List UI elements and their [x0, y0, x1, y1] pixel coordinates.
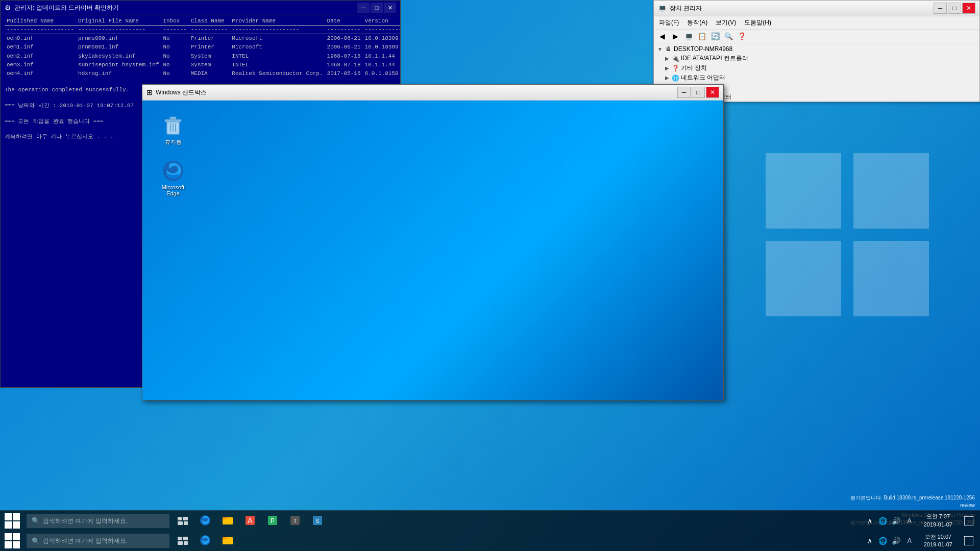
svg-text:A: A: [248, 516, 253, 524]
svg-rect-17: [178, 541, 183, 545]
svg-rect-0: [766, 153, 841, 229]
sandbox-icon: ⊞: [146, 88, 153, 96]
sandbox-taskbar-clock[interactable]: 오전 7:07 2019-01-07: [919, 511, 958, 531]
cmd-controls: ─ □ ✕: [357, 3, 396, 13]
taskbar-search-input[interactable]: [43, 537, 164, 544]
recycle-bin-image: [161, 113, 185, 137]
tree-expand[interactable]: ▶: [663, 64, 671, 72]
tree-label: IDE ATA/ATAPI 컨트롤러: [681, 54, 748, 63]
devmgr-menubar: 파일(F) 동작(A) 보기(V) 도움말(H): [654, 16, 979, 30]
sandbox-notification-button[interactable]: [958, 511, 980, 531]
taskbar-clock[interactable]: 오전 10:07 2019-01-07: [919, 531, 958, 551]
devmgr-maximize-button[interactable]: □: [948, 3, 961, 14]
table-row: oem2.infskylakesystem.infNoSystemINTEL19…: [5, 52, 400, 61]
sandbox-tray-globe[interactable]: 🌐: [878, 516, 888, 526]
tray-battery-icon[interactable]: A: [904, 536, 915, 546]
devmgr-properties-button[interactable]: 📋: [696, 31, 708, 42]
edge-image: [161, 159, 185, 183]
devmgr-controls: ─ □ ✕: [934, 3, 975, 14]
sandbox-minimize-button[interactable]: ─: [677, 87, 691, 98]
table-row: oem3.infsunrisepoint-hsystem.infNoSystem…: [5, 61, 400, 69]
recycle-bin-label: 휴지통: [165, 138, 182, 146]
cmd-maximize-button[interactable]: □: [371, 3, 383, 13]
tray-volume-icon[interactable]: 🔊: [891, 536, 901, 546]
cmd-close-button[interactable]: ✕: [384, 3, 396, 13]
tree-item[interactable]: ▶🔌IDE ATA/ATAPI 컨트롤러: [655, 54, 978, 63]
tree-item[interactable]: ▶❓기타 장치: [655, 63, 978, 73]
col-provider-name: Provider Name: [230, 17, 325, 26]
sandbox-tray-battery[interactable]: A: [904, 516, 915, 526]
svg-rect-2: [766, 241, 841, 316]
devmgr-forward-button[interactable]: ▶: [669, 31, 681, 42]
sandbox-taskbar-app6[interactable]: S: [306, 511, 329, 531]
edge-label: Microsoft Edge: [155, 184, 191, 196]
table-row: oem4.infhdxrog.infNoMEDIARealtek Semicon…: [5, 69, 400, 78]
tree-item-root[interactable]: ▼ 🖥 DESKTOP-NMR4968: [655, 44, 978, 54]
task-view-button[interactable]: [172, 531, 194, 551]
tree-expand-root[interactable]: ▼: [656, 45, 664, 53]
sandbox-taskbar-edge[interactable]: [194, 511, 216, 531]
tray-globe-icon[interactable]: 🌐: [878, 536, 888, 546]
tree-item[interactable]: ▶🌐네트워크 어댑터: [655, 73, 978, 83]
devmgr-menu-action[interactable]: 동작(A): [684, 17, 710, 28]
devmgr-minimize-button[interactable]: ─: [934, 3, 947, 14]
svg-rect-30: [184, 521, 188, 525]
sandbox-clock-date: 2019-01-07: [924, 521, 952, 529]
sandbox-taskbar-app5[interactable]: T: [284, 511, 306, 531]
devmgr-toolbar: ◀ ▶ 💻 📋 🔄 🔍 ❓: [654, 30, 979, 43]
svg-rect-22: [964, 536, 973, 545]
svg-rect-27: [178, 517, 182, 520]
tree-label-root: DESKTOP-NMR4968: [674, 45, 732, 53]
tree-expand[interactable]: ▶: [663, 74, 671, 82]
taskbar-notification-button[interactable]: [958, 531, 980, 551]
sandbox-search-box[interactable]: 🔍: [27, 514, 169, 528]
svg-text:T: T: [293, 518, 297, 524]
sandbox-taskbar-explorer[interactable]: [216, 511, 239, 531]
cmd-title-left: ⚙ 관리자: 업데이트와 드라이버 확인하기: [5, 4, 119, 12]
cmd-table-header: Published Name Original File Name Inbox …: [5, 17, 400, 26]
sandbox-clock-time: 오전 7:07: [926, 513, 950, 520]
sandbox-start-button[interactable]: [0, 511, 24, 531]
tray-up-arrow[interactable]: ∧: [865, 536, 875, 546]
devmgr-back-button[interactable]: ◀: [656, 31, 668, 42]
desktop: ⚙ 관리자: 업데이트와 드라이버 확인하기 ─ □ ✕ Published N…: [0, 0, 980, 551]
sandbox-title-left: ⊞ Windows 샌드박스: [146, 88, 207, 97]
sandbox-search-input[interactable]: [43, 517, 164, 524]
devmgr-menu-help[interactable]: 도움말(H): [741, 17, 774, 28]
sandbox-recycle-bin-icon[interactable]: 휴지통: [153, 111, 193, 148]
tree-expand[interactable]: ▶: [663, 55, 671, 63]
taskbar-search-box[interactable]: 🔍: [27, 534, 169, 548]
taskbar-explorer-button[interactable]: [216, 531, 239, 551]
sandbox-taskbar-app3[interactable]: A: [239, 511, 261, 531]
sandbox-tray-vol[interactable]: 🔊: [891, 516, 901, 526]
devmgr-menu-file[interactable]: 파일(F): [656, 17, 682, 28]
start-button[interactable]: [0, 531, 24, 551]
col-class-name: Class Name: [189, 17, 230, 26]
cmd-minimize-button[interactable]: ─: [357, 3, 370, 13]
devmgr-computer-button[interactable]: 💻: [682, 31, 695, 42]
sandbox-titlebar: ⊞ Windows 샌드박스 ─ □ ✕: [142, 85, 723, 101]
sandbox-taskbar-app4[interactable]: P: [261, 511, 284, 531]
table-row: oem1.infprnms001.infNoPrinterMicrosoft20…: [5, 43, 400, 52]
sandbox-task-view-button[interactable]: [172, 511, 194, 531]
svg-rect-24: [13, 513, 20, 520]
system-tray: ∧ 🌐 🔊 A: [861, 536, 919, 546]
svg-rect-11: [5, 533, 12, 540]
devmgr-close-button[interactable]: ✕: [962, 3, 975, 14]
svg-rect-18: [184, 541, 188, 545]
taskbar-edge-button[interactable]: [194, 531, 216, 551]
devmgr-update-button[interactable]: 🔄: [709, 31, 721, 42]
devmgr-help-button[interactable]: ❓: [736, 31, 748, 42]
sandbox-tray-up[interactable]: ∧: [865, 516, 875, 526]
sandbox-edge-icon[interactable]: Microsoft Edge: [153, 157, 193, 198]
devmgr-menu-view[interactable]: 보기(V): [713, 17, 739, 28]
cmd-table: Published Name Original File Name Inbox …: [5, 17, 400, 79]
svg-rect-3: [853, 241, 929, 316]
sandbox-close-button[interactable]: ✕: [706, 87, 719, 98]
cmd-titlebar: ⚙ 관리자: 업데이트와 드라이버 확인하기 ─ □ ✕: [1, 1, 400, 15]
tree-icon: ❓: [671, 64, 679, 72]
devmgr-scan-button[interactable]: 🔍: [722, 31, 734, 42]
clock-date: 2019-01-07: [924, 541, 952, 548]
tree-label: 네트워크 어댑터: [681, 73, 725, 82]
sandbox-maximize-button[interactable]: □: [692, 87, 705, 98]
